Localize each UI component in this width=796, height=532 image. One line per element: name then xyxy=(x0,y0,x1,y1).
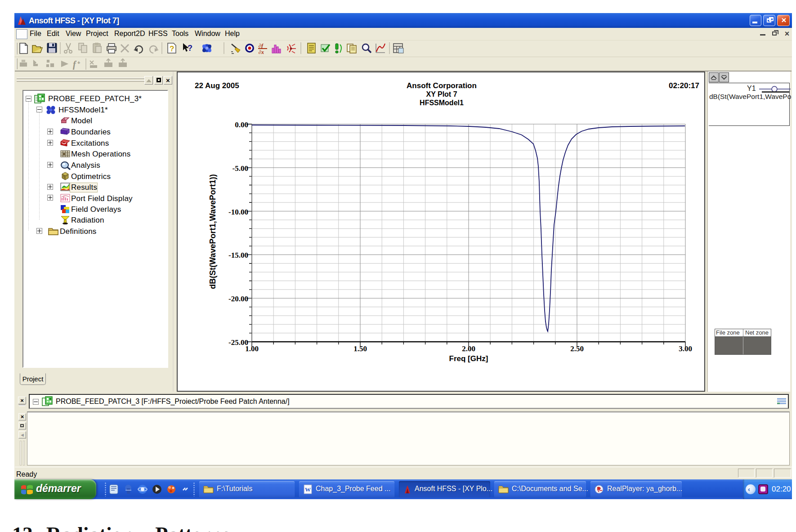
svg-text:?: ? xyxy=(188,44,192,53)
svg-text:?: ? xyxy=(170,45,174,53)
svg-text:W: W xyxy=(305,486,311,493)
svg-text:∂x: ∂x xyxy=(259,49,264,55)
svg-text:f: f xyxy=(73,59,77,70)
svg-text:+: + xyxy=(77,60,80,65)
svg-text:∂f: ∂f xyxy=(259,43,264,49)
